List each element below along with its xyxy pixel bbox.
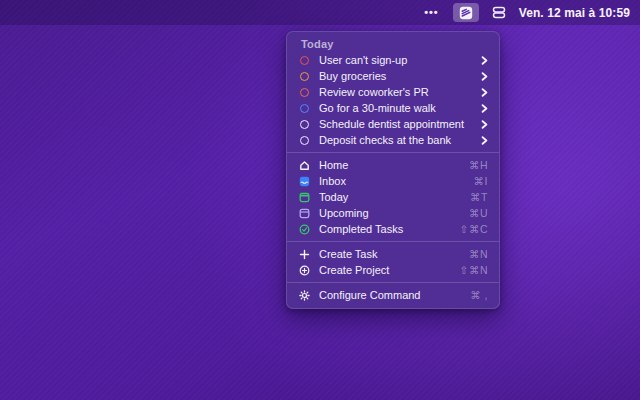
task-label: Buy groceries bbox=[313, 71, 386, 82]
command-app-menubar-button[interactable] bbox=[453, 3, 479, 22]
task-label: Review coworker's PR bbox=[313, 87, 429, 98]
section-header-today: Today bbox=[287, 37, 499, 52]
menu-item-task[interactable]: Buy groceries bbox=[287, 68, 499, 84]
command-todoist-icon bbox=[459, 6, 473, 20]
menu-divider bbox=[287, 282, 499, 283]
command-dropdown-menu: Today User can't sign-up Buy groceries R… bbox=[286, 31, 500, 309]
menubar-overflow-icon[interactable]: ••• bbox=[420, 5, 443, 20]
menu-item-create-task[interactable]: Create Task ⌘N bbox=[287, 246, 499, 262]
priority-circle-icon bbox=[300, 72, 309, 81]
settings-label: Configure Command bbox=[313, 290, 421, 301]
action-label: Create Project bbox=[313, 265, 389, 276]
menu-item-inbox[interactable]: Inbox ⌘I bbox=[287, 173, 499, 189]
chevron-right-icon bbox=[481, 56, 488, 65]
menu-item-create-project[interactable]: Create Project ⇧⌘N bbox=[287, 262, 499, 278]
inbox-icon bbox=[296, 176, 313, 187]
priority-circle-icon bbox=[300, 104, 309, 113]
chevron-right-icon bbox=[481, 120, 488, 129]
shortcut-label: ⌘ , bbox=[470, 289, 488, 301]
priority-circle-icon bbox=[300, 88, 309, 97]
chevron-right-icon bbox=[481, 104, 488, 113]
menu-divider bbox=[287, 241, 499, 242]
check-circle-icon bbox=[296, 224, 313, 235]
menu-item-upcoming[interactable]: Upcoming ⌘U bbox=[287, 205, 499, 221]
menu-item-task[interactable]: Schedule dentist appointment bbox=[287, 116, 499, 132]
menu-item-task[interactable]: Go for a 30-minute walk bbox=[287, 100, 499, 116]
menu-item-task[interactable]: User can't sign-up bbox=[287, 52, 499, 68]
chevron-right-icon bbox=[481, 88, 488, 97]
menu-item-today[interactable]: Today ⌘T bbox=[287, 189, 499, 205]
shortcut-label: ⌘U bbox=[469, 207, 488, 219]
shortcut-label: ⌘H bbox=[469, 159, 488, 171]
menu-item-completed-tasks[interactable]: Completed Tasks ⇧⌘C bbox=[287, 221, 499, 237]
menu-item-task[interactable]: Deposit checks at the bank bbox=[287, 132, 499, 148]
nav-label: Completed Tasks bbox=[313, 224, 403, 235]
chevron-right-icon bbox=[481, 136, 488, 145]
menu-item-configure-command[interactable]: Configure Command ⌘ , bbox=[287, 287, 499, 303]
calendar-upcoming-icon bbox=[296, 208, 313, 219]
calendar-today-icon bbox=[296, 192, 313, 203]
plus-icon bbox=[296, 249, 313, 260]
nav-label: Today bbox=[313, 192, 348, 203]
home-icon bbox=[296, 160, 313, 171]
nav-label: Home bbox=[313, 160, 348, 171]
stack-menubar-icon[interactable] bbox=[489, 3, 509, 22]
shortcut-label: ⇧⌘C bbox=[460, 223, 488, 235]
gear-icon bbox=[296, 290, 313, 301]
priority-circle-icon bbox=[300, 120, 309, 129]
shortcut-label: ⌘I bbox=[474, 175, 488, 187]
menubar-clock[interactable]: Ven. 12 mai à 10:59 bbox=[519, 6, 630, 20]
menu-divider bbox=[287, 152, 499, 153]
shortcut-label: ⌘N bbox=[469, 248, 488, 260]
action-label: Create Task bbox=[313, 249, 378, 260]
nav-label: Inbox bbox=[313, 176, 346, 187]
task-label: User can't sign-up bbox=[313, 55, 407, 66]
shortcut-label: ⇧⌘N bbox=[460, 264, 488, 276]
menu-item-task[interactable]: Review coworker's PR bbox=[287, 84, 499, 100]
task-label: Deposit checks at the bank bbox=[313, 135, 451, 146]
task-label: Go for a 30-minute walk bbox=[313, 103, 436, 114]
task-label: Schedule dentist appointment bbox=[313, 119, 464, 130]
plus-circle-icon bbox=[296, 265, 313, 276]
menu-item-home[interactable]: Home ⌘H bbox=[287, 157, 499, 173]
shortcut-label: ⌘T bbox=[470, 191, 488, 203]
menu-bar: ••• Ven. 12 mai à 10:59 bbox=[0, 0, 640, 25]
priority-circle-icon bbox=[300, 136, 309, 145]
nav-label: Upcoming bbox=[313, 208, 369, 219]
priority-circle-icon bbox=[300, 56, 309, 65]
chevron-right-icon bbox=[481, 72, 488, 81]
